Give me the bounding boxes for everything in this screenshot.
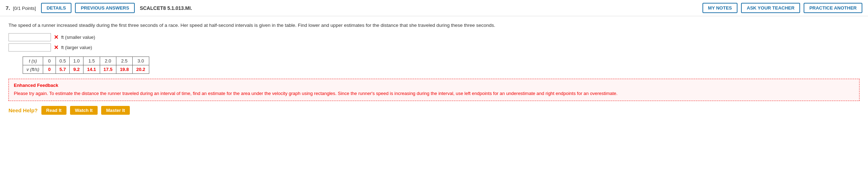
t5: 2.5 bbox=[116, 57, 132, 65]
v1: 5.7 bbox=[56, 65, 70, 74]
input-row-1: ✕ ft (smaller value) bbox=[8, 33, 860, 41]
t6: 3.0 bbox=[133, 57, 149, 65]
watch-it-button[interactable]: Watch It bbox=[70, 106, 98, 115]
v3: 14.1 bbox=[83, 65, 100, 74]
t1: 0.5 bbox=[56, 57, 70, 65]
details-button[interactable]: DETAILS bbox=[41, 3, 72, 13]
t2: 1.0 bbox=[70, 57, 83, 65]
problem-text: The speed of a runner increased steadily… bbox=[8, 22, 860, 29]
feedback-title: Enhanced Feedback bbox=[14, 83, 854, 88]
data-table-container: t (s) 0 0.5 1.0 1.5 2.0 2.5 3.0 v (ft/s)… bbox=[23, 56, 860, 74]
t4: 2.0 bbox=[100, 57, 116, 65]
problem-code: SCALCET8 5.1.013.MI. bbox=[140, 5, 192, 11]
feedback-text: Please try again. To estimate the distan… bbox=[14, 90, 854, 97]
v6: 20.2 bbox=[133, 65, 149, 74]
v4: 17.5 bbox=[100, 65, 116, 74]
input-row-2: ✕ ft (larger value) bbox=[8, 43, 860, 52]
error-mark-1: ✕ bbox=[54, 34, 58, 41]
t3: 1.5 bbox=[83, 57, 100, 65]
content-area: The speed of a runner increased steadily… bbox=[0, 16, 868, 120]
previous-answers-button[interactable]: PREVIOUS ANSWERS bbox=[75, 3, 135, 13]
smaller-value-label: ft (smaller value) bbox=[61, 35, 95, 40]
smaller-value-input[interactable] bbox=[8, 33, 51, 41]
points-label: [0/1 Points] bbox=[13, 6, 36, 11]
need-help-label: Need Help? bbox=[8, 107, 38, 113]
ask-teacher-button[interactable]: ASK YOUR TEACHER bbox=[741, 3, 800, 13]
v5: 19.8 bbox=[116, 65, 132, 74]
right-buttons: MY NOTES ASK YOUR TEACHER PRACTICE ANOTH… bbox=[702, 3, 862, 13]
practice-another-button[interactable]: PRACTICE ANOTHER bbox=[804, 3, 862, 13]
error-mark-2: ✕ bbox=[54, 44, 58, 51]
feedback-box: Enhanced Feedback Please try again. To e… bbox=[8, 79, 860, 101]
read-it-button[interactable]: Read It bbox=[41, 106, 66, 115]
t0: 0 bbox=[43, 57, 56, 65]
table-row-velocity: v (ft/s) 0 5.7 9.2 14.1 17.5 19.8 20.2 bbox=[23, 65, 149, 74]
table-row-time: t (s) 0 0.5 1.0 1.5 2.0 2.5 3.0 bbox=[23, 57, 149, 65]
v0: 0 bbox=[43, 65, 56, 74]
speed-table: t (s) 0 0.5 1.0 1.5 2.0 2.5 3.0 v (ft/s)… bbox=[23, 56, 149, 74]
question-number: 7. [0/1 Points] bbox=[6, 5, 36, 11]
need-help-row: Need Help? Read It Watch It Master It bbox=[8, 106, 860, 115]
v2: 9.2 bbox=[70, 65, 83, 74]
velocity-row-header: v (ft/s) bbox=[23, 65, 43, 74]
larger-value-input[interactable] bbox=[8, 43, 51, 52]
my-notes-button[interactable]: MY NOTES bbox=[702, 3, 738, 13]
header-bar: 7. [0/1 Points] DETAILS PREVIOUS ANSWERS… bbox=[0, 0, 868, 16]
master-it-button[interactable]: Master It bbox=[101, 106, 130, 115]
larger-value-label: ft (larger value) bbox=[61, 45, 92, 50]
time-row-header: t (s) bbox=[23, 57, 43, 65]
